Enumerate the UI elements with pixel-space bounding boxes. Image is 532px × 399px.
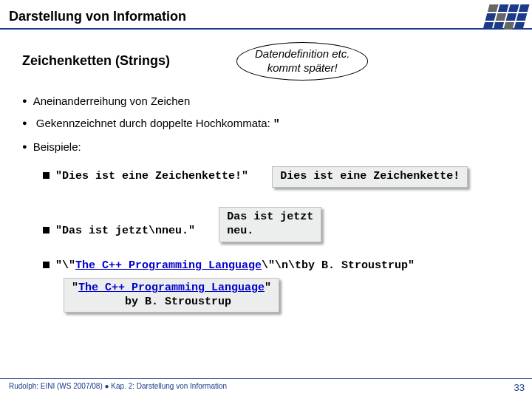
example-2-code: "Das ist jetzt\nneu." [55,225,195,237]
example-1: "Dies ist eine Zeichenkette!" Dies ist e… [43,162,523,195]
callout-ellipse: Datendefinition etc. kommt später! [236,42,368,81]
slide-content: Zeichenketten (Strings) Datendefinition … [0,29,532,320]
ex3-q2: \"\n\tby B. Stroustrup" [262,259,415,272]
slide-title: Darstellung von Information [9,9,532,29]
callout-line2: kommt später! [267,61,338,74]
example-1-code: "Dies ist eine Zeichenkette!" [55,170,248,183]
bullet-3: Beispiele: "Dies ist eine Zeichenkette!"… [22,140,523,320]
bullet-3-text: Beispiele: [33,140,81,153]
ex3-q1: "\" [55,259,75,272]
square-icon [43,227,50,233]
brand-logo [482,4,529,30]
example-1-output: Dies ist eine Zeichenkette! [272,166,468,188]
callout-line1: Datendefinition etc. [255,47,349,60]
slide-footer: Rudolph: EINI (WS 2007/08) ● Kap. 2: Dar… [0,378,532,393]
example-3-output: "The C++ Programming Language" by B. Str… [64,278,279,313]
bullet-2: Gekennzeichnet durch doppelte Hochkommat… [22,116,523,132]
ex3-out-q1: " [72,282,78,294]
footer-text: Rudolph: EINI (WS 2007/08) ● Kap. 2: Dar… [9,382,227,393]
bullet-1: Aneinanderreihung von Zeichen [22,94,523,109]
bullet-2-char: " [273,118,280,131]
book-link-output[interactable]: The C++ Programming Language [78,282,265,294]
book-link[interactable]: The C++ Programming Language [75,259,262,272]
bullet-1-text: Aneinanderreihung von Zeichen [33,95,191,107]
example-3: "\"The C++ Programming Language\"\n\tby … [43,257,523,321]
title-rule [0,28,532,30]
ex3-out-q2: " [265,282,271,294]
example-3-code: "\"The C++ Programming Language\"\n\tby … [55,259,415,272]
page-number: 33 [514,382,525,393]
section-heading: Zeichenketten (Strings) [22,53,170,69]
ex3-out-line2: by B. Stroustrup [72,296,231,308]
square-icon [43,172,50,179]
bullet-2-text: Gekennzeichnet durch doppelte Hochkommat… [36,117,273,129]
square-icon [43,262,50,268]
example-2: "Das ist jetzt\nneu." Das ist jetzt neu. [43,202,523,250]
example-2-output: Das ist jetzt neu. [219,207,321,242]
